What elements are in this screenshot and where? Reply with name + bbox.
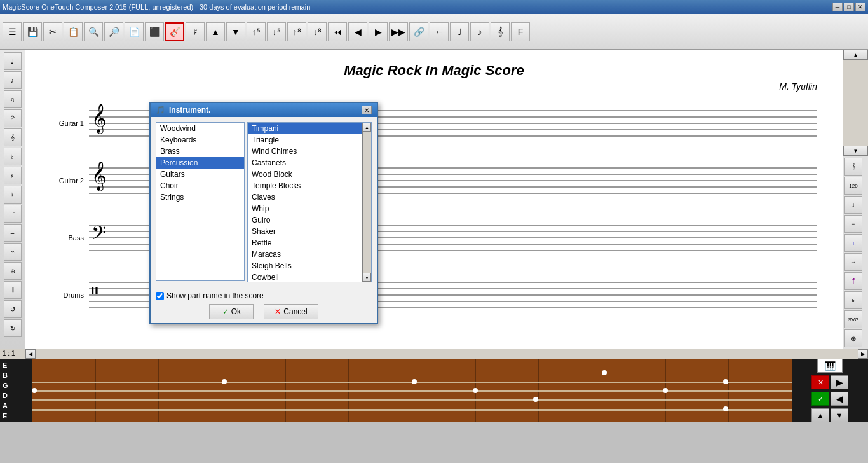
- menu-button[interactable]: ☰: [3, 22, 22, 41]
- left-tool-13[interactable]: 𝄂: [4, 281, 22, 299]
- category-woodwind[interactable]: Woodwind: [156, 123, 244, 134]
- down-button[interactable]: ▼: [226, 22, 245, 41]
- up8-button[interactable]: ↑⁸: [287, 22, 306, 41]
- category-keyboards[interactable]: Keyboards: [156, 134, 244, 146]
- category-guitars[interactable]: Guitars: [156, 169, 244, 180]
- instrument-cowbell[interactable]: Cowbell: [248, 272, 362, 282]
- restore-button[interactable]: □: [844, 3, 854, 11]
- font-button[interactable]: F: [511, 22, 530, 41]
- right-tool-8[interactable]: tr: [844, 291, 862, 309]
- prev-button[interactable]: ◀: [348, 22, 367, 41]
- instrument-shaker[interactable]: Shaker: [248, 226, 362, 237]
- left-tool-10[interactable]: –: [4, 224, 22, 242]
- link-button[interactable]: 🔗: [409, 22, 428, 41]
- scroll-down-button[interactable]: ▼: [843, 146, 868, 156]
- title-bar: MagicScore OneTouch Composer 2.015 (FULL…: [0, 0, 868, 14]
- category-choir[interactable]: Choir: [156, 180, 244, 191]
- fret-down-button[interactable]: ▼: [831, 408, 848, 422]
- dialog-close-button[interactable]: ✕: [362, 106, 372, 114]
- note-button[interactable]: ♩: [450, 22, 469, 41]
- instr-scroll-down[interactable]: ▼: [363, 273, 371, 282]
- treble-button[interactable]: 𝄞: [491, 22, 510, 41]
- right-tool-5[interactable]: T: [844, 234, 862, 252]
- instr-scroll-up[interactable]: ▲: [363, 123, 371, 132]
- right-tool-6[interactable]: →: [844, 253, 862, 271]
- fret-close-button[interactable]: ✕: [811, 375, 829, 389]
- back-button[interactable]: ←: [430, 22, 449, 41]
- instrument-triangle[interactable]: Triangle: [248, 134, 362, 146]
- up-button[interactable]: ▲: [206, 22, 225, 41]
- left-tool-3[interactable]: ♫: [4, 90, 22, 108]
- cut-button[interactable]: ✂: [43, 22, 62, 41]
- instrument-wood-block[interactable]: Wood Block: [248, 169, 362, 180]
- cancel-button[interactable]: ✕ Cancel: [264, 304, 318, 319]
- left-tool-6[interactable]: ♭: [4, 148, 22, 165]
- up5-button[interactable]: ↑⁵: [247, 22, 266, 41]
- left-tool-1[interactable]: ♩: [4, 52, 22, 70]
- right-tool-9[interactable]: SVG: [844, 310, 862, 328]
- category-percussion[interactable]: Percussion: [156, 157, 244, 169]
- fretboard-controls: 🎹 ✕ ▶ ✓ ◀ ▲ ▼: [792, 359, 868, 422]
- instrument-sleigh-bells[interactable]: Sleigh Bells: [248, 260, 362, 272]
- category-strings[interactable]: Strings: [156, 191, 244, 203]
- left-tool-12[interactable]: ⊕: [4, 262, 22, 280]
- right-tool-2[interactable]: 120: [844, 177, 862, 195]
- fret-right-button[interactable]: ▶: [831, 375, 848, 389]
- scroll-up-button[interactable]: ▲: [843, 50, 868, 60]
- right-tool-7[interactable]: f: [844, 272, 862, 290]
- h-scroll-right[interactable]: ▶: [858, 349, 868, 359]
- left-tool-15[interactable]: ↻: [4, 319, 22, 337]
- left-tool-5[interactable]: 𝄞: [4, 128, 22, 146]
- left-tool-4[interactable]: 𝄢: [4, 109, 22, 127]
- minimize-button[interactable]: ─: [832, 3, 843, 11]
- play-button[interactable]: ▶: [369, 22, 388, 41]
- right-tool-4[interactable]: ≡: [844, 215, 862, 233]
- right-tool-3[interactable]: ♩: [844, 196, 862, 214]
- h-scroll-left[interactable]: ◀: [25, 349, 36, 359]
- instrument-temple-blocks[interactable]: Temple Blocks: [248, 180, 362, 191]
- show-part-name-checkbox[interactable]: [156, 292, 164, 300]
- right-tool-10[interactable]: ⊕: [844, 329, 862, 347]
- next-button[interactable]: ▶▶: [389, 22, 408, 41]
- zoom-in-button[interactable]: 🔍: [84, 22, 103, 41]
- instrument-maracas[interactable]: Maracas: [248, 249, 362, 260]
- instrument-button[interactable]: 🎸: [165, 22, 184, 41]
- instrument-timpani[interactable]: Timpani: [248, 123, 362, 134]
- page-button[interactable]: 📄: [125, 22, 144, 41]
- fretboard[interactable]: [32, 359, 792, 422]
- instrument-guiro[interactable]: Guiro: [248, 214, 362, 226]
- piano-button[interactable]: 🎹: [817, 359, 843, 373]
- stop-button[interactable]: ⬛: [145, 22, 164, 41]
- copy-button[interactable]: 📋: [64, 22, 83, 41]
- zoom-out-button[interactable]: 🔎: [104, 22, 123, 41]
- category-brass[interactable]: Brass: [156, 146, 244, 157]
- left-tool-9[interactable]: 𝄻: [4, 205, 22, 223]
- instr-scroll-track: [363, 132, 371, 273]
- down8-button[interactable]: ↓⁸: [308, 22, 327, 41]
- down5-button[interactable]: ↓⁵: [267, 22, 286, 41]
- fret-up-button[interactable]: ▲: [811, 408, 829, 422]
- left-tool-14[interactable]: ↺: [4, 300, 22, 318]
- instrument-whip[interactable]: Whip: [248, 203, 362, 214]
- staff-label-guitar1: Guitar 1: [51, 120, 89, 127]
- sharp-button[interactable]: ♯: [186, 22, 205, 41]
- instrument-list[interactable]: Timpani Triangle Wind Chimes Castanets W…: [248, 123, 362, 282]
- fret-ok-button[interactable]: ✓: [811, 392, 829, 406]
- left-tool-8[interactable]: ♮: [4, 186, 22, 204]
- close-button[interactable]: ✕: [855, 3, 865, 11]
- note2-button[interactable]: ♪: [470, 22, 489, 41]
- category-list[interactable]: Woodwind Keyboards Brass Percussion Guit…: [156, 122, 245, 281]
- left-tool-2[interactable]: ♪: [4, 71, 22, 89]
- fret-prev-button[interactable]: ◀: [831, 392, 848, 406]
- instrument-wind-chimes[interactable]: Wind Chimes: [248, 146, 362, 157]
- right-tool-1[interactable]: 𝄞: [844, 158, 862, 176]
- rewind-button[interactable]: ⏮: [328, 22, 347, 41]
- save-button[interactable]: 💾: [23, 22, 42, 41]
- left-tool-11[interactable]: 𝄐: [4, 243, 22, 261]
- fret-dot-2: [32, 388, 37, 393]
- instrument-rettle[interactable]: Rettle: [248, 237, 362, 249]
- ok-button[interactable]: ✓ Ok: [209, 304, 254, 319]
- left-tool-7[interactable]: ♯: [4, 167, 22, 184]
- instrument-claves[interactable]: Claves: [248, 191, 362, 203]
- instrument-castanets[interactable]: Castanets: [248, 157, 362, 169]
